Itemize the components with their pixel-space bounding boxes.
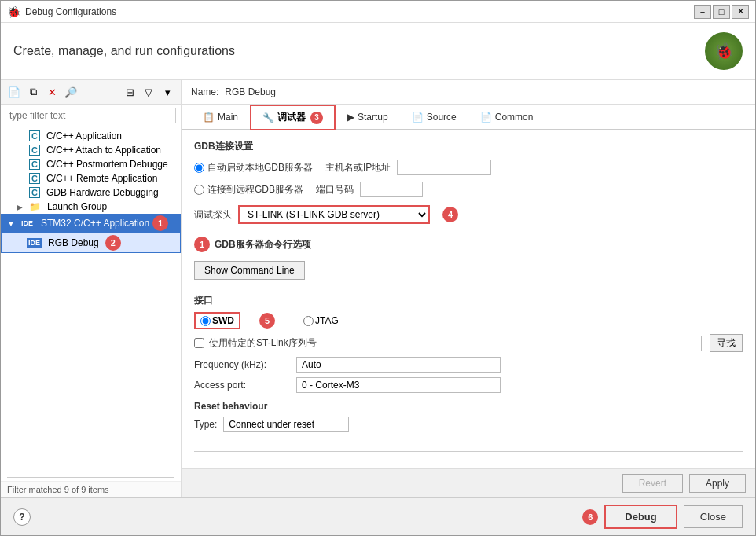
annotation-3: 3 <box>310 112 323 124</box>
tree-item-c-app[interactable]: C C/C++ Application <box>1 129 181 143</box>
reset-section: Reset behaviour Type: Connect under rese… <box>194 401 743 432</box>
reset-title: Reset behaviour <box>194 401 743 412</box>
frequency-select-wrap: Auto <box>296 357 501 373</box>
host-input[interactable]: localhost <box>397 160 491 175</box>
tab-source[interactable]: 📄 Source <box>400 105 468 129</box>
serial-input[interactable] <box>325 336 702 351</box>
tree-item-launch-group[interactable]: ▶ 📁 Launch Group <box>1 200 181 214</box>
connect-remote-row: 连接到远程GDB服务器 端口号码 61234 <box>194 182 743 197</box>
tab-main[interactable]: 📋 Main <box>191 105 250 129</box>
annotation-5: 5 <box>259 313 275 329</box>
left-toolbar: 📄 ⧉ ✕ 🔎 ⊟ ▽ ▾ <box>1 80 181 105</box>
gdb-options-label: GDB服务器命令行选项 <box>215 238 311 251</box>
tree-item-rgb-debug[interactable]: IDE RGB Debug 2 <box>1 233 181 253</box>
folder-icon: 📁 <box>29 201 41 212</box>
frequency-row: Frequency (kHz): Auto <box>194 357 743 373</box>
ide-icon-child: IDE <box>27 238 42 248</box>
tree-item-stm32[interactable]: ▼ IDE STM32 C/C++ Application 1 <box>1 214 181 233</box>
filter-status: Filter matched 9 of 9 items <box>1 481 181 497</box>
interface-title: 接口 <box>194 294 743 307</box>
tab-debugger-icon: 🔧 <box>262 112 274 123</box>
collapse-all-button[interactable]: ⊟ <box>121 83 138 101</box>
jtag-label: JTAG <box>315 315 339 326</box>
footer-right: 6 Debug Close <box>582 505 743 529</box>
filter-dropdown-button[interactable]: ▾ <box>159 83 176 101</box>
tab-source-label: Source <box>427 112 457 123</box>
tab-debugger[interactable]: 🔧 调试器 3 <box>250 105 336 130</box>
tree-item-c-postmortem[interactable]: C C/C++ Postmortem Debugge <box>1 157 181 171</box>
title-controls: − □ ✕ <box>694 5 749 19</box>
annotation-1: 1 <box>152 215 168 231</box>
delete-config-button[interactable]: ✕ <box>43 83 61 101</box>
interface-radio-row: SWD 5 JTAG <box>194 312 743 329</box>
type-select-wrap: Connect under reset <box>223 417 349 432</box>
port-input[interactable]: 61234 <box>360 182 423 197</box>
header-title: Create, manage, and run configurations <box>13 44 235 58</box>
frequency-select[interactable]: Auto <box>296 357 501 373</box>
header: Create, manage, and run configurations 🐞 <box>1 23 755 80</box>
auto-start-radio[interactable] <box>194 163 204 173</box>
name-value: RGB Debug <box>225 86 276 97</box>
type-select[interactable]: Connect under reset <box>223 417 349 432</box>
gdb-options-section: 1 GDB服务器命令行选项 Show Command Line <box>194 232 743 288</box>
tree-item-label: RGB Debug <box>48 237 99 248</box>
duplicate-config-button[interactable]: ⧉ <box>24 83 42 101</box>
access-port-select[interactable]: 0 - Cortex-M3 <box>296 377 501 393</box>
port-label: 端口号码 <box>316 183 354 196</box>
type-row: Type: Connect under reset <box>194 417 743 432</box>
tree-item-c-remote[interactable]: C C/C++ Remote Application <box>1 171 181 185</box>
connect-remote-label: 连接到远程GDB服务器 <box>207 183 303 196</box>
access-port-label: Access port: <box>194 380 296 391</box>
revert-apply-bar: Revert Apply <box>182 468 755 497</box>
filter-button[interactable]: 🔎 <box>62 83 79 101</box>
debug-button[interactable]: Debug <box>604 505 677 529</box>
use-serial-label: 使用特定的ST-Link序列号 <box>209 336 317 350</box>
debugger-select[interactable]: ST-LINK (ST-LINK GDB server) <box>240 207 428 222</box>
filter-type-button[interactable]: ▽ <box>140 83 157 101</box>
close-window-button[interactable]: ✕ <box>732 5 749 19</box>
configuration-tree: C C/C++ Application C C/C++ Attach to Ap… <box>1 127 181 474</box>
tab-startup-icon: ▶ <box>347 112 354 123</box>
help-button[interactable]: ? <box>13 508 31 526</box>
tab-startup[interactable]: ▶ Startup <box>336 105 400 129</box>
host-label: 主机名或IP地址 <box>325 161 391 174</box>
expand-icon: ▶ <box>17 203 26 211</box>
tab-debugger-label: 调试器 <box>277 111 306 124</box>
find-button[interactable]: 寻找 <box>710 334 743 352</box>
tab-source-icon: 📄 <box>412 112 424 123</box>
right-panel: Name: RGB Debug 📋 Main 🔧 调试器 3 ▶ Startup <box>182 80 755 497</box>
tree-item-gdb-hw[interactable]: C GDB Hardware Debugging <box>1 185 181 200</box>
auto-start-label: 自动启动本地GDB服务器 <box>207 161 313 174</box>
tree-item-label: C/C++ Postmortem Debugge <box>46 159 168 170</box>
apply-button[interactable]: Apply <box>689 474 746 493</box>
annotation-6: 6 <box>582 509 598 525</box>
tabs: 📋 Main 🔧 调试器 3 ▶ Startup 📄 Source � <box>182 105 755 130</box>
use-serial-checkbox[interactable] <box>194 338 204 348</box>
filter-input[interactable] <box>6 108 176 123</box>
new-config-button[interactable]: 📄 <box>6 83 23 101</box>
title-bar: 🐞 Debug Configurations − □ ✕ <box>1 1 755 23</box>
minimize-button[interactable]: − <box>694 5 711 19</box>
left-panel: 📄 ⧉ ✕ 🔎 ⊟ ▽ ▾ C C/C++ Application <box>1 80 182 497</box>
close-button[interactable]: Close <box>684 505 743 528</box>
tab-startup-label: Startup <box>358 112 388 123</box>
tree-item-label: GDB Hardware Debugging <box>46 187 159 198</box>
serial-row: 使用特定的ST-Link序列号 寻找 <box>194 334 743 352</box>
revert-button[interactable]: Revert <box>622 474 683 493</box>
tree-item-label: C/C++ Attach to Application <box>46 145 161 156</box>
auto-start-row: 自动启动本地GDB服务器 主机名或IP地址 localhost <box>194 160 743 175</box>
show-command-button[interactable]: Show Command Line <box>194 261 305 280</box>
tree-item-label: C/C++ Application <box>46 130 122 141</box>
tab-common[interactable]: 📄 Common <box>468 105 545 129</box>
jtag-radio[interactable] <box>303 316 314 326</box>
c-icon: C <box>29 187 40 198</box>
tree-item-c-attach[interactable]: C C/C++ Attach to Application <box>1 143 181 157</box>
connect-remote-radio[interactable] <box>194 185 204 195</box>
c-icon: C <box>29 130 40 141</box>
annotation-2: 2 <box>105 235 121 251</box>
type-label: Type: <box>194 419 217 430</box>
swd-radio[interactable] <box>200 316 211 326</box>
debugger-select-wrap: ST-LINK (ST-LINK GDB server) <box>238 205 430 224</box>
maximize-button[interactable]: □ <box>713 5 730 19</box>
c-icon: C <box>29 145 40 156</box>
